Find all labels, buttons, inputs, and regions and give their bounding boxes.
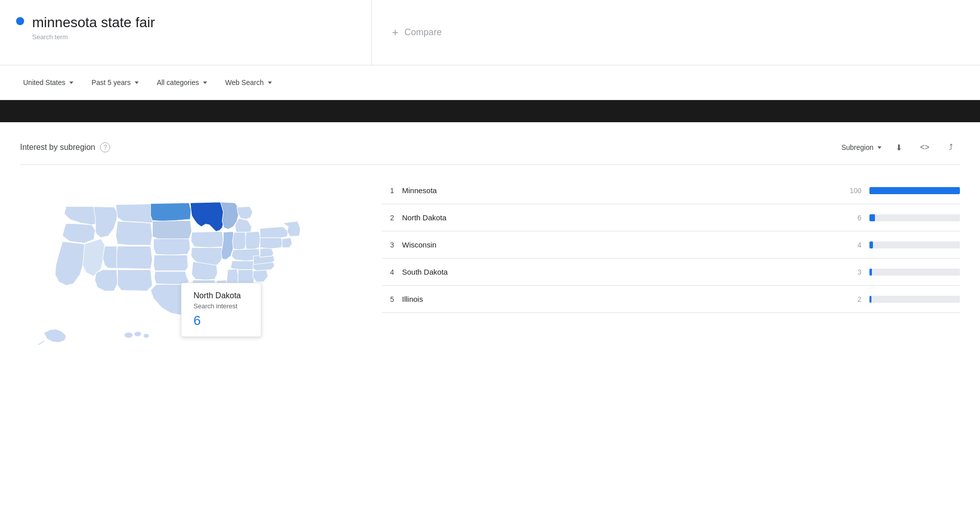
- state-kansas[interactable]: [153, 255, 188, 271]
- rank-value: 2: [841, 295, 861, 303]
- compare-section[interactable]: + Compare: [372, 0, 980, 65]
- state-ohio[interactable]: [245, 231, 261, 250]
- compare-plus-icon: +: [392, 26, 399, 39]
- search-term-text: minnesota state fair Search term: [32, 14, 155, 41]
- ranking-row[interactable]: 2North Dakota6: [382, 204, 960, 231]
- rank-number: 3: [382, 241, 394, 249]
- rank-bar-container: [869, 296, 960, 303]
- state-colorado[interactable]: [116, 246, 152, 269]
- us-map-svg: [20, 177, 362, 368]
- rank-value: 100: [841, 187, 861, 195]
- filter-bar: United States Past 5 years All categorie…: [0, 65, 980, 100]
- rank-value: 3: [841, 268, 861, 276]
- rank-bar-fill: [869, 187, 960, 194]
- ranking-row[interactable]: 1Minnesota100: [382, 177, 960, 204]
- filter-search-type-chevron: [268, 81, 272, 84]
- filter-category-label: All categories: [157, 78, 199, 87]
- rank-bar-fill: [869, 214, 875, 221]
- embed-button[interactable]: <>: [916, 138, 934, 156]
- state-pennsylvania[interactable]: [260, 236, 282, 248]
- rank-bar-fill: [869, 241, 873, 248]
- download-button[interactable]: ⬇: [890, 138, 908, 156]
- rank-value: 4: [841, 241, 861, 249]
- ranking-row[interactable]: 3Wisconsin4: [382, 231, 960, 259]
- rank-number: 5: [382, 295, 394, 303]
- rank-name: North Dakota: [402, 213, 833, 222]
- state-west-virginia[interactable]: [260, 247, 273, 257]
- rank-name: South Dakota: [402, 268, 833, 276]
- filter-timeframe[interactable]: Past 5 years: [84, 74, 146, 91]
- filter-category-chevron: [203, 81, 207, 84]
- search-term-section: minnesota state fair Search term: [0, 0, 372, 65]
- header: minnesota state fair Search term + Compa…: [0, 0, 980, 65]
- svg-point-1: [134, 331, 142, 336]
- search-term-subtitle: Search term: [32, 33, 155, 41]
- rank-value: 6: [841, 214, 861, 222]
- filter-location[interactable]: United States: [16, 74, 80, 91]
- state-mid-atlantic[interactable]: [282, 238, 292, 248]
- filter-search-type-label: Web Search: [225, 78, 264, 87]
- tooltip-label: Search interest: [193, 302, 249, 310]
- rank-number: 4: [382, 268, 394, 276]
- content-layout: North Dakota Search interest 6 1Minnesot…: [20, 177, 960, 368]
- state-new-york[interactable]: [260, 227, 288, 238]
- section-controls: Subregion ⬇ <> ⤴: [841, 138, 960, 156]
- filter-timeframe-chevron: [135, 81, 139, 84]
- tooltip-state-name: North Dakota: [193, 291, 249, 300]
- section-divider: [20, 164, 960, 165]
- rank-number: 1: [382, 187, 394, 195]
- compare-label: Compare: [405, 27, 442, 38]
- state-south-dakota[interactable]: [152, 220, 191, 239]
- ranking-row[interactable]: 5Illinois2: [382, 286, 960, 313]
- rank-name: Minnesota: [402, 186, 833, 195]
- state-new-mexico[interactable]: [118, 270, 152, 291]
- rank-bar-fill: [869, 269, 872, 276]
- filter-location-label: United States: [23, 78, 65, 87]
- section-header: Interest by subregion ? Subregion ⬇ <> ⤴: [20, 138, 960, 156]
- embed-icon: <>: [920, 143, 930, 152]
- filter-search-type[interactable]: Web Search: [218, 74, 279, 91]
- search-term-title: minnesota state fair: [32, 14, 155, 31]
- state-wyoming[interactable]: [116, 221, 152, 245]
- map-container: North Dakota Search interest 6: [20, 177, 362, 368]
- subregion-label: Subregion: [841, 143, 873, 151]
- rankings-list: 1Minnesota1002North Dakota63Wisconsin44S…: [382, 177, 960, 313]
- state-indiana[interactable]: [233, 232, 246, 250]
- svg-point-2: [143, 333, 149, 338]
- section-title-group: Interest by subregion ?: [20, 142, 110, 152]
- ranking-row[interactable]: 4South Dakota3: [382, 259, 960, 286]
- state-arizona[interactable]: [95, 270, 118, 291]
- rank-bar-fill: [869, 296, 871, 303]
- search-term-dot: [16, 17, 24, 25]
- download-icon: ⬇: [896, 143, 902, 152]
- rank-name: Wisconsin: [402, 240, 833, 249]
- state-utah[interactable]: [103, 246, 117, 268]
- main-content: Interest by subregion ? Subregion ⬇ <> ⤴: [0, 122, 980, 384]
- black-bar: [0, 100, 980, 122]
- share-icon: ⤴: [949, 143, 953, 152]
- rank-name: Illinois: [402, 295, 833, 303]
- rank-bar-container: [869, 241, 960, 248]
- rank-number: 2: [382, 214, 394, 222]
- help-icon[interactable]: ?: [100, 142, 110, 152]
- subregion-chevron-icon: [877, 146, 881, 149]
- filter-category[interactable]: All categories: [150, 74, 214, 91]
- help-icon-symbol: ?: [104, 144, 107, 151]
- state-nebraska[interactable]: [153, 239, 190, 255]
- subregion-dropdown[interactable]: Subregion: [841, 143, 881, 151]
- map-tooltip: North Dakota Search interest 6: [181, 283, 261, 337]
- us-map: North Dakota Search interest 6: [20, 177, 362, 368]
- rank-bar-container: [869, 214, 960, 221]
- svg-point-0: [124, 332, 133, 338]
- filter-timeframe-label: Past 5 years: [91, 78, 131, 87]
- rank-bar-container: [869, 269, 960, 276]
- section-title-text: Interest by subregion: [20, 143, 95, 152]
- rank-bar-container: [869, 187, 960, 194]
- state-north-dakota[interactable]: [151, 203, 191, 221]
- state-iowa[interactable]: [191, 231, 223, 247]
- share-button[interactable]: ⤴: [942, 138, 960, 156]
- tooltip-value: 6: [193, 313, 249, 328]
- filter-location-chevron: [69, 81, 73, 84]
